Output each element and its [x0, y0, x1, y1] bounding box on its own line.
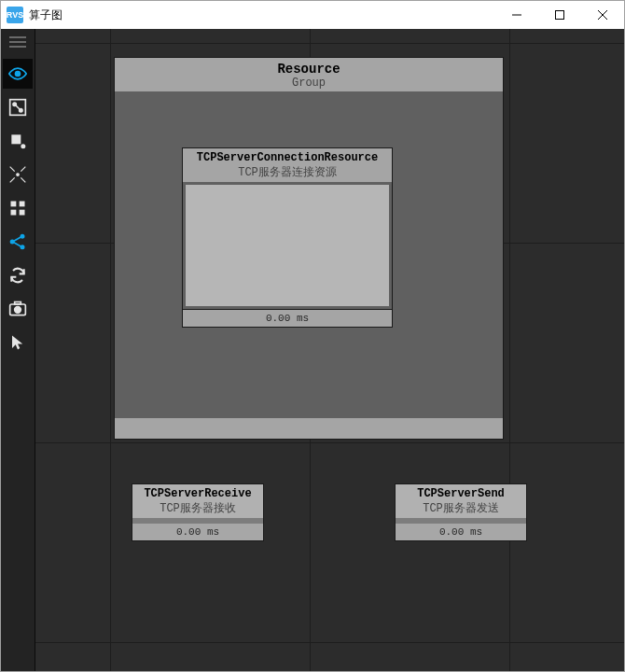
node-body [186, 185, 389, 306]
refresh-icon[interactable] [3, 260, 33, 290]
svg-line-24 [14, 243, 21, 246]
grid-line [509, 29, 510, 671]
grid-line [35, 642, 624, 643]
node-icon[interactable] [3, 126, 33, 156]
node-tcp-server-send[interactable]: TCPServerSend TCP服务器发送 0.00 ms [395, 483, 527, 541]
menu-handle-icon[interactable] [5, 33, 31, 51]
maximize-button[interactable] [538, 1, 581, 29]
svg-rect-18 [11, 210, 17, 216]
svg-point-4 [16, 72, 21, 77]
grid-line [110, 29, 111, 671]
svg-rect-27 [15, 302, 21, 305]
group-node-resource[interactable]: Resource Group TCPServerConnectionResour… [114, 57, 504, 440]
node-title: TCPServerConnectionResource [183, 151, 392, 164]
node-header: TCPServerSend TCP服务器发送 [396, 484, 526, 518]
node-subtitle: TCP服务器连接资源 [183, 164, 392, 180]
svg-point-10 [21, 144, 25, 148]
svg-line-12 [21, 167, 25, 172]
app-grid-icon[interactable] [3, 193, 33, 223]
node-subtitle: TCP服务器发送 [396, 500, 526, 516]
center-icon[interactable] [3, 160, 33, 189]
app-icon: RVS [7, 7, 23, 23]
share-icon[interactable] [3, 227, 33, 257]
svg-rect-17 [20, 202, 25, 207]
camera-icon[interactable] [3, 294, 33, 324]
select-icon[interactable] [3, 328, 33, 357]
graph-icon[interactable] [3, 92, 33, 122]
svg-line-13 [10, 177, 15, 182]
group-title: Resource [115, 62, 503, 77]
group-subtitle: Group [115, 77, 503, 90]
svg-point-15 [17, 174, 20, 176]
group-body: TCPServerConnectionResource TCP服务器连接资源 0… [115, 91, 503, 418]
node-tcp-server-receive[interactable]: TCPServerReceive TCP服务器接收 0.00 ms [132, 483, 264, 541]
node-time: 0.00 ms [396, 518, 526, 540]
title-bar: RVS 算子图 [1, 1, 624, 29]
svg-point-20 [11, 240, 14, 243]
svg-rect-1 [556, 11, 564, 20]
svg-point-26 [15, 307, 21, 314]
node-time: 0.00 ms [183, 309, 392, 327]
graph-canvas[interactable]: Resource Group TCPServerConnectionResour… [35, 29, 624, 671]
window-title: 算子图 [29, 7, 62, 23]
grid-line [35, 43, 624, 44]
svg-rect-9 [11, 134, 21, 144]
svg-line-11 [10, 167, 15, 172]
node-title: TCPServerSend [396, 487, 526, 500]
node-time: 0.00 ms [132, 518, 263, 540]
svg-line-23 [14, 237, 21, 241]
svg-rect-19 [20, 210, 25, 216]
minimize-button[interactable] [495, 1, 538, 29]
node-tcp-connection-resource[interactable]: TCPServerConnectionResource TCP服务器连接资源 0… [182, 147, 393, 328]
svg-rect-16 [11, 202, 17, 207]
svg-point-22 [21, 245, 23, 248]
close-button[interactable] [581, 1, 624, 29]
node-subtitle: TCP服务器接收 [132, 500, 263, 516]
svg-line-14 [21, 177, 25, 182]
group-header: Resource Group [115, 58, 503, 91]
grid-line [35, 442, 624, 443]
node-title: TCPServerReceive [132, 487, 263, 500]
eye-icon[interactable] [3, 59, 33, 89]
node-header: TCPServerReceive TCP服务器接收 [132, 484, 263, 518]
node-header: TCPServerConnectionResource TCP服务器连接资源 [183, 148, 392, 182]
group-footer [115, 418, 503, 439]
svg-line-8 [16, 105, 21, 110]
svg-point-21 [21, 235, 23, 238]
left-toolbar [1, 29, 35, 671]
